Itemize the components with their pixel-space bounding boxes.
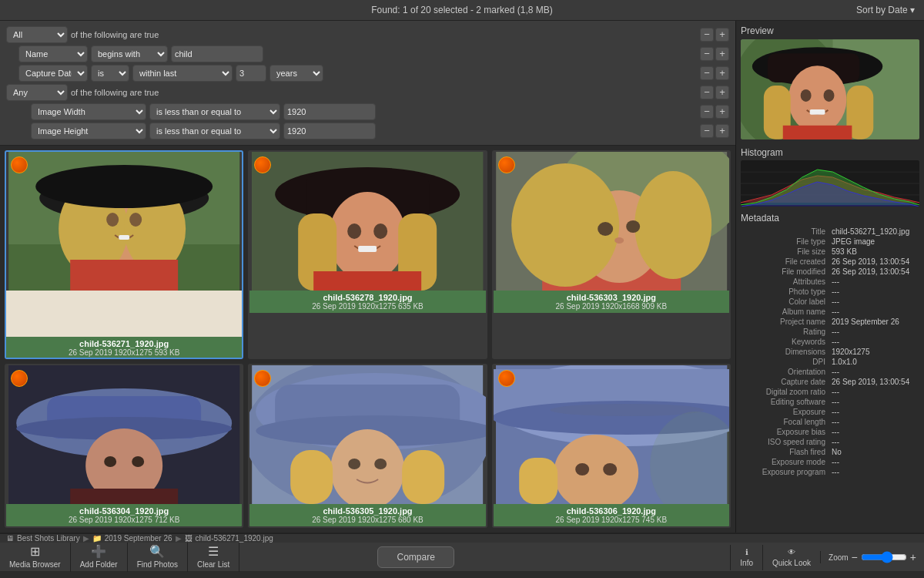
value-input-2[interactable] [171, 45, 263, 62]
metadata-row: Digital zoom ratio--- [741, 387, 919, 397]
photo-badge-6 [498, 370, 515, 387]
left-panel: AllAny of the following are true − + Nam… [0, 21, 735, 533]
photo-item-4[interactable]: child-536304_1920.jpg 26 Sep 2019 1920x1… [5, 364, 243, 528]
clear-list-button[interactable]: ☰ Clear List [188, 543, 239, 572]
photo-item-1[interactable]: child-536271_1920.jpg 26 Sep 2019 1920x1… [5, 150, 243, 359]
photo-info-1: child-536271_1920.jpg 26 Sep 2019 1920x1… [6, 337, 242, 359]
bottom-tools: ⊞ Media Browser ➕ Add Folder 🔍 Find Phot… [0, 543, 924, 572]
sort-by-button[interactable]: Sort by Date ▾ [856, 5, 915, 15]
metadata-row: Photo type--- [741, 287, 919, 297]
filter-btn-group-6: − + [700, 124, 729, 138]
svg-point-7 [106, 213, 119, 227]
svg-rect-9 [119, 235, 129, 240]
metadata-key: File type [741, 237, 830, 247]
histogram-section: Histogram [736, 144, 924, 210]
condition-select-6[interactable]: is less than or equal tois greater thane… [149, 123, 280, 139]
histogram-box [741, 160, 919, 207]
metadata-row: Dimensions1920x1275 [741, 347, 919, 357]
metadata-key: Exposure program [741, 467, 830, 477]
photo-thumb-6 [494, 365, 729, 504]
info-icon: ℹ [745, 548, 748, 556]
size-input-6[interactable] [283, 123, 376, 139]
photo-item-2[interactable]: child-536278_1920.jpg 26 Sep 2019 1920x1… [248, 150, 487, 359]
quick-look-button[interactable]: 👁 Quick Look [762, 545, 820, 570]
photo-thumb-2 [249, 152, 485, 291]
add-filter-3[interactable]: + [715, 66, 729, 80]
size-input-5[interactable] [283, 103, 376, 120]
metadata-key: Orientation [741, 367, 830, 377]
remove-filter-1[interactable]: − [700, 28, 714, 42]
all-any-select-1[interactable]: AllAny [6, 26, 68, 43]
unit-select-3[interactable]: yearsmonthsweeksdays [270, 65, 323, 82]
metadata-value: 1920x1275 [830, 347, 919, 357]
photo-item-3[interactable]: child-536303_1920.jpg 26 Sep 2019 1920x1… [492, 150, 731, 359]
metadata-row: Color label--- [741, 297, 919, 307]
field-select-6[interactable]: Image HeightImage WidthFile Size [31, 123, 146, 139]
svg-point-28 [634, 171, 711, 279]
metadata-row: Exposure bias--- [741, 427, 919, 437]
metadata-value: child-536271_1920.jpg [830, 227, 919, 237]
photo-info-2: child-536278_1920.jpg 26 Sep 2019 1920x1… [249, 291, 485, 313]
add-filter-5[interactable]: + [715, 105, 729, 119]
media-browser-button[interactable]: ⊞ Media Browser [0, 543, 71, 572]
metadata-value: 2019 September 26 [830, 317, 919, 327]
preview-image [741, 39, 919, 139]
info-label: Info [740, 559, 753, 567]
zoom-slider[interactable] [861, 551, 907, 563]
info-button[interactable]: ℹ Info [730, 545, 762, 570]
metadata-key: Color label [741, 297, 830, 307]
condition-select-3[interactable]: isis not [91, 65, 129, 82]
filter-btn-group-2: − + [700, 47, 729, 61]
metadata-key: Exposure mode [741, 457, 830, 467]
remove-filter-5[interactable]: − [700, 105, 714, 119]
field-select-5[interactable]: Image WidthImage HeightFile Size [31, 103, 146, 120]
media-browser-label: Media Browser [9, 560, 61, 569]
photos-grid[interactable]: child-536271_1920.jpg 26 Sep 2019 1920x1… [0, 146, 735, 533]
find-photos-button[interactable]: 🔍 Find Photos [128, 543, 188, 572]
svg-point-31 [598, 222, 613, 236]
metadata-section: Metadata Titlechild-536271_1920.jpgFile … [736, 210, 924, 533]
photo-thumb-5 [249, 365, 485, 504]
preview-label: Preview [741, 25, 919, 36]
metadata-value: --- [830, 457, 919, 467]
zoom-minus-icon: − [852, 551, 858, 563]
add-filter-6[interactable]: + [715, 124, 729, 138]
breadcrumb-file: child-536271_1920.jpg [196, 534, 273, 543]
photo-item-5[interactable]: child-536305_1920.jpg 26 Sep 2019 1920x1… [248, 364, 487, 528]
breadcrumb-file-icon: 🖼 [185, 534, 192, 543]
svg-point-62 [603, 463, 617, 476]
add-folder-button[interactable]: ➕ Add Folder [71, 543, 128, 572]
metadata-value: --- [830, 307, 919, 317]
svg-point-19 [347, 223, 361, 239]
metadata-row: Editing software--- [741, 397, 919, 407]
svg-point-52 [374, 459, 387, 469]
photo-item-6[interactable]: child-536306_1920.jpg 26 Sep 2019 1920x1… [492, 364, 731, 528]
filter-area: AllAny of the following are true − + Nam… [0, 21, 735, 146]
field-select-3[interactable]: Capture DateName [18, 65, 88, 82]
all-any-select-4[interactable]: AnyAll [6, 84, 68, 101]
remove-filter-6[interactable]: − [700, 124, 714, 138]
remove-filter-4[interactable]: − [700, 86, 714, 99]
add-filter-1[interactable]: + [715, 28, 729, 42]
metadata-value: JPEG image [830, 237, 919, 247]
svg-point-33 [614, 237, 624, 244]
condition-select-5[interactable]: is less than or equal tois greater thane… [149, 103, 280, 120]
num-input-3[interactable] [236, 65, 266, 82]
remove-filter-3[interactable]: − [700, 66, 714, 80]
metadata-row: File typeJPEG image [741, 237, 919, 247]
clear-list-label: Clear List [197, 560, 229, 569]
metadata-key: File modified [741, 267, 830, 277]
field-select-2[interactable]: NameCapture DateFile Size [18, 45, 88, 62]
svg-point-61 [575, 463, 589, 476]
metadata-row: Album name--- [741, 307, 919, 317]
metadata-row: Orientation--- [741, 367, 919, 377]
condition-select-2[interactable]: begins withcontainsends with [91, 45, 168, 62]
within-select-3[interactable]: within lastbeforeafter [132, 65, 233, 82]
add-filter-4[interactable]: + [715, 86, 729, 99]
add-filter-2[interactable]: + [715, 47, 729, 61]
metadata-value: --- [830, 387, 919, 397]
metadata-value: No [830, 447, 919, 457]
compare-button[interactable]: Compare [377, 546, 454, 568]
photo-thumb-4 [6, 365, 242, 504]
remove-filter-2[interactable]: − [700, 47, 714, 61]
